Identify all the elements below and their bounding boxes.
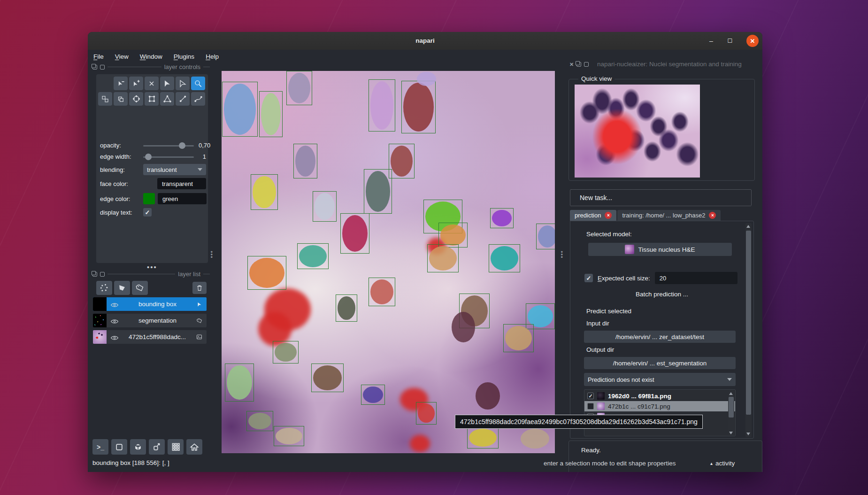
segmented-nucleus[interactable]	[418, 404, 435, 423]
edge-color-swatch[interactable]	[143, 193, 155, 204]
new-points-layer-button[interactable]	[96, 281, 112, 295]
maximize-button[interactable]: ☐	[723, 32, 737, 50]
menu-window[interactable]: Window	[140, 53, 162, 60]
tab-training[interactable]: training: /home/ ... low_phase2 ×	[617, 210, 721, 221]
viewer-canvas[interactable]	[222, 71, 555, 453]
insert-vertex-button[interactable]	[129, 77, 143, 90]
face-color-input[interactable]: transparent	[157, 178, 206, 189]
new-labels-layer-button[interactable]	[132, 281, 148, 295]
layer-row-image[interactable]: 472b1c5ff988dadc...	[93, 330, 207, 344]
panel-scrollbar[interactable]	[745, 223, 752, 437]
home-button[interactable]	[186, 439, 202, 455]
direct-select-button[interactable]	[176, 77, 190, 90]
model-select-button[interactable]: Tissue nucleus H&E	[588, 243, 732, 256]
segmented-nucleus[interactable]	[391, 146, 413, 177]
move-to-front-button[interactable]	[114, 92, 128, 106]
grid-view-button[interactable]	[168, 439, 184, 455]
segmented-nucleus[interactable]	[440, 224, 466, 246]
file-list-scrollbar[interactable]	[728, 391, 734, 436]
delete-shape-button[interactable]	[145, 77, 159, 90]
file-row[interactable]: ✓ 1962d0 ... 69f81a.png	[584, 391, 735, 401]
splitter-handle-left[interactable]: •••	[210, 251, 212, 259]
visibility-eye-icon[interactable]	[110, 334, 119, 340]
layer-row-bounding-box[interactable]: bounding box	[93, 297, 207, 311]
segmented-nucleus[interactable]	[521, 429, 549, 449]
minimize-button[interactable]: –	[704, 32, 718, 50]
predict-selected-label[interactable]: Predict selected	[586, 308, 631, 315]
segmented-nucleus[interactable]	[299, 245, 327, 267]
scroll-down-icon[interactable]	[729, 432, 733, 434]
close-button[interactable]: ✕	[746, 35, 759, 47]
float-panel-icon[interactable]	[92, 65, 97, 70]
delete-layer-button[interactable]	[192, 282, 207, 294]
segmented-nucleus[interactable]	[342, 215, 368, 252]
file-checkbox[interactable]	[587, 403, 594, 410]
hide-panel-icon[interactable]	[100, 65, 105, 70]
segmented-nucleus[interactable]	[248, 413, 272, 429]
menu-view[interactable]: View	[115, 53, 129, 60]
pan-zoom-button[interactable]	[191, 77, 205, 90]
tab-prediction[interactable]: prediction ×	[570, 210, 616, 221]
new-shapes-layer-button[interactable]	[114, 281, 130, 295]
prediction-filter-dropdown[interactable]: Prediction does not exist	[584, 373, 736, 386]
float-panel-icon[interactable]	[576, 62, 581, 67]
segmented-nucleus[interactable]	[276, 428, 302, 444]
batch-prediction-button[interactable]: Batch prediction ...	[570, 291, 753, 298]
segmented-nucleus[interactable]	[476, 382, 500, 410]
hide-panel-icon[interactable]	[584, 62, 589, 67]
remove-vertex-button[interactable]	[114, 77, 128, 90]
segmented-nucleus[interactable]	[370, 81, 394, 130]
add-rectangle-button[interactable]	[145, 92, 159, 106]
edge-width-slider[interactable]	[143, 154, 194, 160]
segmented-nucleus[interactable]	[538, 225, 555, 248]
float-panel-icon[interactable]	[92, 272, 97, 277]
input-dir-button[interactable]: /home/ervin/ ... zer_dataset/test	[584, 331, 736, 343]
add-polygon-button[interactable]	[160, 92, 174, 106]
menu-plugins[interactable]: Plugins	[174, 53, 194, 60]
layer-row-segmentation[interactable]: segmentation	[93, 314, 207, 327]
move-to-back-button[interactable]	[98, 92, 112, 106]
segmented-nucleus[interactable]	[469, 429, 497, 447]
output-dir-button[interactable]: /home/ervin/ ... est_segmentation	[584, 357, 736, 369]
segmented-nucleus[interactable]	[227, 365, 252, 400]
new-task-button[interactable]: New task...	[570, 189, 752, 206]
segmented-nucleus[interactable]	[370, 279, 394, 305]
dock-resize-handle[interactable]: •••	[147, 263, 157, 271]
ndisplay-toggle-button[interactable]	[111, 439, 127, 455]
close-panel-icon[interactable]: ✕	[569, 62, 574, 67]
add-path-button[interactable]	[191, 92, 205, 106]
file-checkbox[interactable]: ✓	[587, 393, 594, 399]
expected-cell-size-input[interactable]: 20	[655, 272, 737, 284]
segmented-nucleus[interactable]	[261, 93, 281, 135]
display-text-checkbox[interactable]: ✓	[143, 208, 152, 217]
close-tab-icon[interactable]: ×	[605, 212, 612, 219]
select-shape-button[interactable]	[160, 77, 174, 90]
segmented-nucleus[interactable]	[452, 312, 475, 342]
expected-cell-size-checkbox[interactable]: ✓	[584, 274, 593, 282]
hide-panel-icon[interactable]	[100, 272, 105, 277]
segmented-nucleus[interactable]	[224, 84, 256, 135]
segmented-nucleus[interactable]	[366, 171, 390, 212]
add-ellipse-button[interactable]	[129, 92, 143, 106]
segmented-nucleus[interactable]	[295, 146, 315, 177]
menu-help[interactable]: Help	[206, 53, 219, 60]
segmented-nucleus[interactable]	[315, 193, 335, 220]
scroll-down-icon[interactable]	[746, 433, 750, 435]
roll-dimensions-button[interactable]	[130, 439, 146, 455]
segmented-nucleus[interactable]	[275, 343, 297, 362]
title-bar[interactable]: napari – ☐ ✕	[88, 32, 762, 50]
scroll-up-icon[interactable]	[729, 392, 733, 395]
visibility-eye-icon[interactable]	[110, 302, 119, 307]
blending-dropdown[interactable]: translucent	[143, 164, 206, 175]
segmented-nucleus[interactable]	[313, 365, 342, 391]
close-tab-icon[interactable]: ×	[709, 212, 716, 219]
segmented-nucleus[interactable]	[253, 176, 276, 208]
segmented-nucleus[interactable]	[491, 246, 518, 271]
transpose-dimensions-button[interactable]	[149, 439, 165, 455]
segmented-nucleus[interactable]	[417, 72, 436, 85]
file-row[interactable]: 472b1c ... c91c71.png	[584, 401, 735, 411]
scroll-up-icon[interactable]	[746, 225, 750, 228]
edge-color-input[interactable]: green	[158, 193, 207, 204]
segmented-nucleus[interactable]	[363, 387, 383, 403]
segmented-nucleus[interactable]	[492, 210, 512, 226]
